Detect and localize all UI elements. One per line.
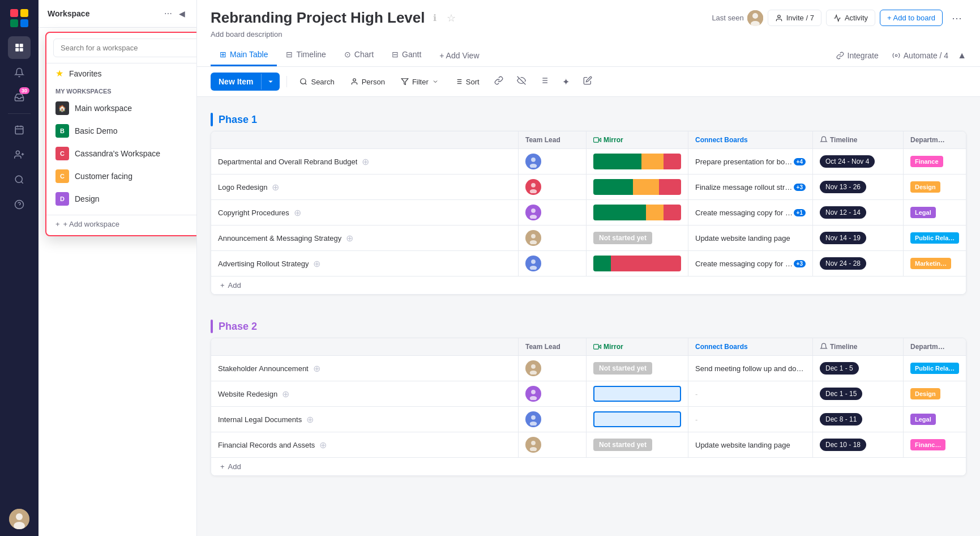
workspace-label: Workspace — [48, 9, 89, 18]
row-add-icon[interactable]: ⊕ — [294, 207, 301, 218]
board-toolbar: New Item Search Person Filter Sort — [197, 67, 980, 97]
phase-2-header-row: Team Lead Mirror Connect Boards Timeline… — [211, 338, 966, 356]
cell-connect: Prepare presentation for boa… +4 — [688, 149, 813, 174]
user-avatar[interactable] — [9, 509, 29, 529]
sparkle-toolbar-btn[interactable]: ✦ — [558, 73, 574, 91]
cell-team-lead — [519, 356, 587, 381]
status-badge: Not started yet — [593, 439, 652, 451]
nav-search-btn[interactable] — [8, 168, 31, 191]
workspace-item-cassandra[interactable]: C Cassandra's Workspace — [46, 142, 197, 165]
cell-team-lead — [519, 175, 587, 199]
avatar — [525, 411, 541, 427]
nav-help-btn[interactable] — [8, 193, 31, 216]
row-add-icon[interactable]: ⊕ — [313, 363, 320, 374]
tab-timeline[interactable]: ⊟ Timeline — [277, 44, 335, 66]
mirror-bar-green — [593, 205, 646, 220]
board-area: Phase 1 Team Lead Mirror Connect Boards … — [197, 97, 980, 536]
activity-btn[interactable]: Activity — [826, 10, 875, 26]
table-row: Logo Redesign ⊕ — [211, 175, 966, 200]
search-toolbar-btn[interactable]: Search — [294, 74, 340, 90]
group-toolbar-btn[interactable] — [535, 73, 553, 91]
star-favorite-btn[interactable]: ☆ — [444, 10, 458, 27]
favorites-item[interactable]: ★ Favorites — [46, 63, 197, 83]
activity-label: Activity — [845, 14, 868, 22]
person-toolbar-btn[interactable]: Person — [345, 74, 391, 90]
table-row: Announcement & Messaging Strategy ⊕ Not … — [211, 226, 966, 251]
new-item-btn[interactable]: New Item — [211, 73, 280, 91]
tab-chart[interactable]: ⊙ Chart — [335, 44, 383, 66]
automate-btn[interactable]: Automate / 4 — [888, 49, 953, 62]
timeline-badge: Dec 10 - 18 — [820, 439, 866, 451]
nav-home-btn[interactable] — [8, 36, 31, 59]
table-row: Internal Legal Documents ⊕ - — [211, 407, 966, 432]
nav-bell-btn[interactable] — [8, 61, 31, 84]
new-item-main-btn[interactable]: New Item — [211, 73, 261, 91]
workspace-item-customer[interactable]: C Customer facing — [46, 165, 197, 188]
board-more-btn[interactable]: ⋯ — [947, 10, 966, 27]
th-timeline: Timeline — [813, 131, 904, 148]
workspace-collapse-btn[interactable]: ◀ — [177, 7, 187, 20]
dept-badge: Legal — [910, 414, 936, 425]
integrate-label: Integrate — [848, 51, 879, 60]
cell-mirror: Not started yet — [587, 226, 688, 250]
phase-1-title: Phase 1 — [219, 114, 257, 126]
new-item-dropdown-btn[interactable] — [261, 74, 280, 90]
collapse-tabs-btn[interactable]: ▲ — [957, 50, 966, 61]
cell-mirror — [587, 200, 688, 225]
cell-name: Website Redesign ⊕ — [211, 381, 519, 406]
tab-label: Timeline — [296, 50, 326, 59]
workspace-item-main[interactable]: 🏠 Main workspace — [46, 97, 197, 120]
cell-timeline: Dec 1 - 15 — [813, 381, 904, 406]
svg-marker-30 — [401, 79, 408, 85]
nav-person-add-btn[interactable] — [8, 143, 31, 166]
tab-gantt[interactable]: ⊟ Gantt — [383, 44, 430, 66]
cell-name: Copyright Procedures ⊕ — [211, 200, 519, 225]
dept-badge: Public Rela… — [910, 232, 959, 244]
row-add-icon[interactable]: ⊕ — [306, 414, 314, 425]
row-add-icon[interactable]: ⊕ — [282, 389, 289, 399]
phase-2-add-row[interactable]: + Add — [211, 458, 966, 475]
row-add-icon[interactable]: ⊕ — [313, 258, 320, 269]
mirror-bar-green — [593, 179, 633, 195]
nav-calendar-btn[interactable] — [8, 118, 31, 141]
filter-toolbar-btn[interactable]: Filter — [395, 74, 444, 90]
hide-toolbar-btn[interactable] — [512, 73, 530, 91]
cell-name: Logo Redesign ⊕ — [211, 175, 519, 199]
workspace-item-label: Main workspace — [75, 104, 132, 113]
edit-toolbar-btn[interactable] — [579, 73, 597, 91]
row-add-icon[interactable]: ⊕ — [346, 233, 353, 244]
nav-inbox-btn[interactable]: 30 — [8, 86, 31, 109]
cell-connect: Update website landing page — [688, 226, 813, 250]
workspace-item-design[interactable]: D Design — [46, 188, 197, 210]
row-add-icon[interactable]: ⊕ — [362, 156, 369, 167]
workspace-more-btn[interactable]: ⋯ — [162, 7, 174, 20]
row-add-icon[interactable]: ⊕ — [319, 440, 327, 450]
integrate-btn[interactable]: Integrate — [832, 49, 883, 62]
row-add-icon[interactable]: ⊕ — [272, 182, 279, 193]
workspace-item-label-design: Design — [75, 194, 100, 203]
tab-main-table[interactable]: ⊞ Main Table — [211, 44, 277, 66]
link-toolbar-btn[interactable] — [490, 73, 508, 91]
sort-toolbar-btn[interactable]: Sort — [449, 74, 485, 90]
info-icon[interactable]: ℹ — [431, 10, 439, 25]
phase-2-color-bar — [211, 320, 213, 333]
add-row-icon: + — [220, 281, 225, 290]
avatar — [525, 205, 541, 220]
cell-connect: Send meeting follow up and docu… — [688, 356, 813, 381]
phase-1-add-row[interactable]: + Add — [211, 276, 966, 294]
cell-team-lead — [519, 149, 587, 174]
svg-point-20 — [16, 513, 23, 520]
phase-2-title: Phase 2 — [219, 321, 257, 333]
inbox-badge: 30 — [19, 87, 29, 94]
workspace-search-input[interactable] — [53, 39, 197, 57]
svg-point-12 — [16, 151, 19, 154]
invite-btn[interactable]: Invite / 7 — [768, 10, 821, 26]
add-workspace-btn[interactable]: + + Add workspace — [55, 220, 119, 228]
add-view-btn[interactable]: + Add View — [430, 45, 488, 66]
my-workspaces-label: My workspaces — [46, 83, 197, 97]
workspace-item-basic[interactable]: B Basic Demo — [46, 120, 197, 142]
app-logo[interactable] — [8, 7, 31, 29]
board-description[interactable]: Add board description — [211, 30, 966, 39]
chart-icon: ⊙ — [344, 50, 351, 59]
add-to-board-btn[interactable]: + Add to board — [880, 10, 943, 26]
